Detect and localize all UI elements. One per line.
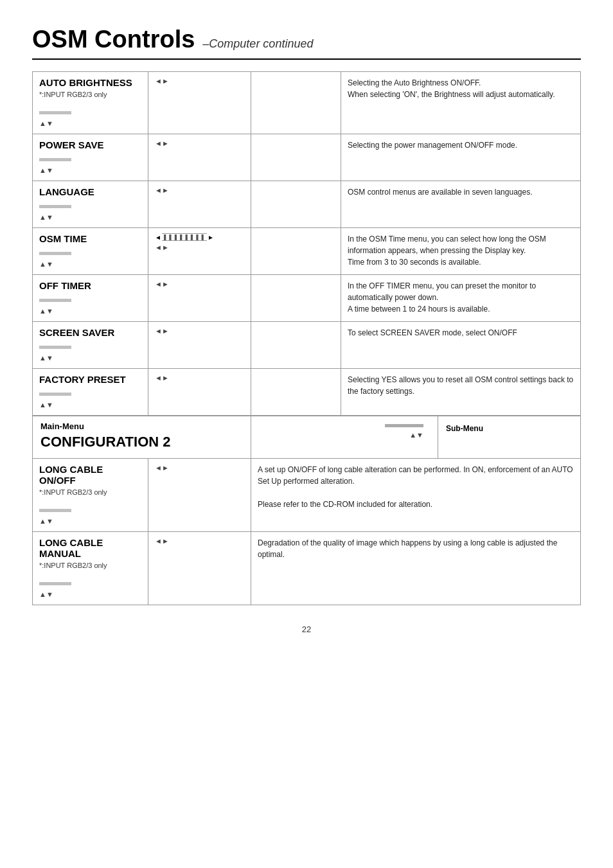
slider-long-cable-onoff: ◄►	[155, 464, 244, 472]
slider-screen-saver: ◄►	[155, 327, 244, 335]
submenu-bar	[385, 424, 423, 427]
ud-arrow-screen-saver: ▲▼	[39, 354, 53, 362]
main-menu-label: Main-Menu	[40, 421, 243, 431]
ud-arrow-long-cable-onoff: ▲▼	[39, 517, 53, 525]
table-row: AUTO BRIGHTNESS*:INPUT RGB2/3 only▲▼ ◄► …	[33, 72, 581, 134]
table-row: LONG CABLE ON/OFF *:INPUT RGB2/3 only ▲▼…	[33, 459, 581, 532]
menu-label-power-save: POWER SAVE	[39, 139, 141, 150]
lr-arrow-auto-brightness: ◄►	[155, 77, 169, 85]
control-bar-long-cable-manual	[39, 582, 71, 585]
ud-arrow-language: ▲▼	[39, 213, 53, 221]
table-row: OFF TIMER▲▼ ◄► In the OFF TIMER menu, yo…	[33, 275, 581, 322]
control-bar-language	[39, 205, 71, 208]
section2-table: Main-Menu CONFIGURATION 2 ▲▼ Sub-Menu LO…	[32, 416, 581, 605]
menu-note-long-cable-onoff: *:INPUT RGB2/3 only	[39, 488, 141, 496]
main-controls-table: AUTO BRIGHTNESS*:INPUT RGB2/3 only▲▼ ◄► …	[32, 71, 581, 416]
slider-power-save: ◄►	[155, 139, 244, 147]
table-row: OSM TIME▲▼ ◄ ▐▐▐▐▐▐▐▐▐▐ · · · · · · ·▐ ►…	[33, 228, 581, 275]
sub-menu-label: Sub-Menu	[446, 424, 573, 433]
menu-label-language: LANGUAGE	[39, 186, 141, 197]
page-header: OSM Controls –Computer continued	[32, 26, 581, 53]
desc-factory-preset: Selecting YES allows you to reset all OS…	[341, 369, 581, 416]
desc-auto-brightness: Selecting the Auto Brightness ON/OFF.Whe…	[341, 72, 581, 134]
table-row: SCREEN SAVER▲▼ ◄► To select SCREEN SAVER…	[33, 322, 581, 369]
menu-label-screen-saver: SCREEN SAVER	[39, 327, 141, 338]
menu-label-long-cable-onoff: LONG CABLE ON/OFF	[39, 464, 141, 486]
control-bar-power-save	[39, 158, 71, 161]
slider-off-timer: ◄►	[155, 280, 244, 288]
desc-language: OSM control menus are available in seven…	[341, 181, 581, 228]
lr-arrow-osm-time: ◄►	[155, 244, 169, 251]
lr-arrow-long-cable-manual: ◄►	[155, 537, 169, 545]
desc-long-cable-onoff: A set up ON/OFF of long cable alteration…	[251, 459, 581, 532]
submenu-preview: ▲▼	[259, 421, 430, 441]
header-rule	[32, 58, 581, 60]
ud-arrow-osm-time: ▲▼	[39, 260, 53, 268]
ud-arrow-power-save: ▲▼	[39, 166, 53, 174]
menu-label-off-timer: OFF TIMER	[39, 280, 141, 291]
slider-factory-preset: ◄►	[155, 374, 244, 382]
table-row: LANGUAGE▲▼ ◄► OSM control menus are avai…	[33, 181, 581, 228]
lr-arrow-off-timer: ◄►	[155, 280, 169, 288]
ud-arrow-factory-preset: ▲▼	[39, 401, 53, 409]
page-number: 22	[32, 624, 581, 634]
ud-arrow-long-cable-manual: ▲▼	[39, 590, 53, 598]
control-bar-auto-brightness	[39, 111, 71, 114]
ud-arrow-off-timer: ▲▼	[39, 307, 53, 315]
lr-arrow-language: ◄►	[155, 186, 169, 194]
ud-arrow-auto-brightness: ▲▼	[39, 120, 53, 127]
slider-long-cable-manual: ◄►	[155, 537, 244, 545]
slider-osm-time: ◄ ▐▐▐▐▐▐▐▐▐▐ · · · · · · ·▐ ► ◄►	[155, 233, 244, 251]
table-row: LONG CABLE MANUAL *:INPUT RGB2/3 only ▲▼…	[33, 532, 581, 605]
menu-label-osm-time: OSM TIME	[39, 233, 141, 244]
desc-screen-saver: To select SCREEN SAVER mode, select ON/O…	[341, 322, 581, 369]
page-title-main: OSM Controls	[32, 26, 195, 53]
lr-arrow-long-cable-onoff: ◄►	[155, 464, 169, 472]
slider-language: ◄►	[155, 186, 244, 194]
control-bar-long-cable-onoff	[39, 509, 71, 512]
desc-osm-time: In the OSM Time menu, you can select how…	[341, 228, 581, 275]
osm-time-slider: ◄ ▐▐▐▐▐▐▐▐▐▐ · · · · · · ·▐ ►	[155, 233, 214, 241]
menu-label-factory-preset: FACTORY PRESET	[39, 374, 141, 385]
control-bar-osm-time	[39, 252, 71, 255]
lr-arrow-screen-saver: ◄►	[155, 327, 169, 335]
menu-note-auto-brightness: *:INPUT RGB2/3 only	[39, 91, 141, 98]
control-bar-off-timer	[39, 299, 71, 302]
lr-arrow-power-save: ◄►	[155, 139, 169, 147]
table-row: POWER SAVE▲▼ ◄► Selecting the power mana…	[33, 134, 581, 181]
menu-label-auto-brightness: AUTO BRIGHTNESS	[39, 77, 141, 88]
control-bar-screen-saver	[39, 346, 71, 349]
slider-auto-brightness: ◄►	[155, 77, 244, 85]
section-header-row: Main-Menu CONFIGURATION 2 ▲▼ Sub-Menu	[33, 416, 581, 459]
menu-note-long-cable-manual: *:INPUT RGB2/3 only	[39, 562, 141, 569]
desc-long-cable-manual: Degradation of the quality of image whic…	[251, 532, 581, 605]
section2-title: CONFIGURATION 2	[40, 434, 243, 450]
menu-label-long-cable-manual: LONG CABLE MANUAL	[39, 537, 141, 559]
page-title-sub: –Computer continued	[202, 37, 313, 51]
desc-power-save: Selecting the power management ON/OFF mo…	[341, 134, 581, 181]
desc-off-timer: In the OFF TIMER menu, you can preset th…	[341, 275, 581, 322]
control-bar-factory-preset	[39, 393, 71, 396]
lr-arrow-factory-preset: ◄►	[155, 374, 169, 382]
submenu-ud-arrow: ▲▼	[409, 431, 423, 439]
table-row: FACTORY PRESET▲▼ ◄► Selecting YES allows…	[33, 369, 581, 416]
